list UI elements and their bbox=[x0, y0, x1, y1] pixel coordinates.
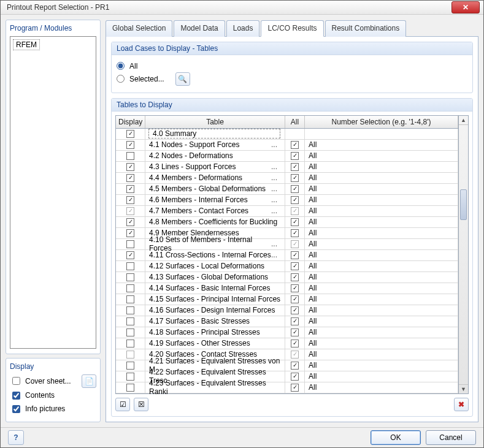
display-checkbox[interactable]: ✓ bbox=[126, 174, 134, 182]
display-checkbox[interactable]: ✓ bbox=[126, 196, 134, 204]
all-checkbox[interactable]: ✓ bbox=[291, 317, 299, 325]
display-checkbox[interactable]: ✓ bbox=[126, 141, 134, 149]
selection-text[interactable]: All bbox=[309, 140, 317, 149]
scroll-up-icon[interactable]: ▲ bbox=[459, 116, 468, 125]
cover-sheet-edit-button[interactable]: 📄 bbox=[82, 374, 96, 388]
table-name[interactable]: 4.3 Lines - Support Forces bbox=[149, 162, 236, 171]
grid-scrollbar[interactable]: ▲ ▼ bbox=[459, 115, 469, 394]
radio-selected[interactable] bbox=[117, 75, 125, 83]
selection-text[interactable]: All bbox=[309, 229, 317, 237]
all-checkbox[interactable]: ✓ bbox=[291, 251, 299, 259]
table-name[interactable]: 4.5 Members - Global Deformations bbox=[149, 184, 266, 193]
table-name[interactable]: 4.16 Surfaces - Design Internal Forces bbox=[149, 306, 275, 314]
tab-global-selection[interactable]: Global Selection bbox=[106, 20, 172, 37]
display-checkbox[interactable]: ✓ bbox=[126, 163, 134, 171]
display-checkbox[interactable]: ✓ bbox=[126, 251, 134, 259]
table-name[interactable]: 4.2 Nodes - Deformations bbox=[149, 151, 233, 160]
all-checkbox[interactable]: ✓ bbox=[291, 163, 299, 171]
all-checkbox[interactable]: ✓ bbox=[291, 196, 299, 204]
pick-loadcases-button[interactable]: 🔍 bbox=[175, 72, 190, 86]
selection-text[interactable]: All bbox=[309, 306, 317, 314]
all-checkbox[interactable]: ✓ bbox=[291, 229, 299, 237]
table-name[interactable]: 4.14 Surfaces - Basic Internal Forces bbox=[149, 284, 270, 292]
display-checkbox[interactable] bbox=[126, 240, 134, 248]
all-checkbox[interactable]: ✓ bbox=[291, 174, 299, 182]
display-checkbox[interactable] bbox=[126, 373, 134, 381]
display-checkbox[interactable] bbox=[126, 384, 134, 392]
table-name[interactable]: 4.17 Surfaces - Basic Stresses bbox=[149, 317, 250, 325]
display-checkbox[interactable] bbox=[126, 317, 134, 325]
table-name[interactable]: 4.13 Surfaces - Global Deformations bbox=[149, 273, 268, 281]
all-checkbox[interactable]: ✓ bbox=[291, 306, 299, 314]
close-button[interactable]: ✕ bbox=[451, 1, 480, 13]
table-name[interactable]: 4.4 Members - Deformations bbox=[149, 173, 242, 182]
hdr-all[interactable]: All bbox=[285, 116, 305, 128]
table-name[interactable]: 4.12 Surfaces - Local Deformations bbox=[149, 262, 264, 270]
ellipsis-icon[interactable]: ... bbox=[271, 140, 281, 149]
ellipsis-icon[interactable]: ... bbox=[271, 173, 281, 182]
selection-text[interactable]: All bbox=[309, 339, 317, 347]
tab-model-data[interactable]: Model Data bbox=[174, 20, 225, 37]
all-checkbox[interactable]: ✓ bbox=[291, 240, 299, 248]
display-checkbox[interactable]: ✓ bbox=[126, 130, 134, 138]
selection-text[interactable]: All bbox=[309, 350, 317, 359]
ellipsis-icon[interactable]: ... bbox=[271, 196, 281, 204]
table-name[interactable]: 4.18 Surfaces - Principal Stresses bbox=[149, 328, 260, 336]
table-name[interactable]: 4.6 Members - Internal Forces bbox=[149, 196, 248, 204]
all-checkbox[interactable]: ✓ bbox=[291, 218, 299, 226]
display-checkbox[interactable] bbox=[126, 362, 134, 370]
selection-text[interactable]: All bbox=[309, 262, 317, 270]
selection-text[interactable]: All bbox=[309, 361, 317, 370]
deselect-all-button[interactable]: ☒ bbox=[134, 398, 148, 411]
selection-text[interactable]: All bbox=[309, 284, 317, 292]
tab-lc-co-results[interactable]: LC/CO Results bbox=[261, 20, 323, 37]
table-name[interactable]: 4.19 Surfaces - Other Stresses bbox=[149, 339, 250, 347]
display-checkbox[interactable] bbox=[126, 273, 134, 281]
ellipsis-icon[interactable]: ... bbox=[271, 162, 281, 171]
hdr-table[interactable]: Table bbox=[145, 116, 285, 128]
selection-text[interactable]: All bbox=[309, 251, 317, 259]
all-checkbox[interactable]: ✓ bbox=[291, 262, 299, 270]
all-checkbox[interactable]: ✓ bbox=[291, 340, 299, 347]
ellipsis-icon[interactable]: ... bbox=[271, 207, 281, 215]
tab-loads[interactable]: Loads bbox=[226, 20, 260, 37]
radio-all[interactable] bbox=[117, 62, 125, 70]
all-checkbox[interactable]: ✓ bbox=[291, 328, 299, 336]
table-name[interactable]: 4.0 Summary bbox=[148, 129, 280, 139]
selection-text[interactable]: All bbox=[309, 295, 317, 303]
hdr-display[interactable]: Display bbox=[116, 116, 145, 128]
selection-text[interactable]: All bbox=[309, 317, 317, 325]
contents-checkbox[interactable] bbox=[12, 392, 20, 400]
display-checkbox[interactable] bbox=[126, 262, 134, 270]
ok-button[interactable]: OK bbox=[371, 430, 421, 445]
help-button[interactable]: ? bbox=[8, 430, 24, 445]
selection-text[interactable]: All bbox=[309, 162, 317, 171]
table-name[interactable]: 4.11 Cross-Sections - Internal Forces bbox=[149, 251, 271, 259]
display-checkbox[interactable] bbox=[126, 328, 134, 336]
selection-text[interactable]: All bbox=[309, 372, 317, 381]
selection-text[interactable]: All bbox=[309, 207, 317, 215]
display-checkbox[interactable] bbox=[126, 295, 134, 303]
all-checkbox[interactable]: ✓ bbox=[291, 362, 299, 370]
scroll-down-icon[interactable]: ▼ bbox=[459, 384, 468, 393]
hdr-selection[interactable]: Number Selection (e.g. '1-4,8') bbox=[305, 116, 458, 128]
cover-sheet-checkbox[interactable] bbox=[12, 377, 20, 385]
display-checkbox[interactable] bbox=[126, 306, 134, 314]
ellipsis-icon[interactable]: ... bbox=[271, 184, 281, 193]
table-name[interactable]: 4.8 Members - Coefficients for Buckling bbox=[149, 218, 277, 226]
table-name[interactable]: 4.15 Surfaces - Principal Internal Force… bbox=[149, 295, 280, 303]
all-checkbox[interactable]: ✓ bbox=[291, 373, 299, 381]
modules-tree[interactable]: RFEM bbox=[10, 36, 96, 349]
selection-text[interactable]: All bbox=[309, 240, 317, 248]
display-checkbox[interactable] bbox=[126, 351, 134, 359]
display-checkbox[interactable] bbox=[126, 284, 134, 292]
selection-text[interactable]: All bbox=[309, 151, 317, 160]
selection-text[interactable]: All bbox=[309, 328, 317, 336]
table-name[interactable]: 4.7 Members - Contact Forces bbox=[149, 207, 248, 215]
tab-result-combinations[interactable]: Result Combinations bbox=[325, 20, 407, 37]
all-checkbox[interactable]: ✓ bbox=[291, 185, 299, 193]
tree-item-rfem[interactable]: RFEM bbox=[13, 39, 40, 50]
all-checkbox[interactable]: ✓ bbox=[291, 351, 299, 359]
info-pictures-checkbox[interactable] bbox=[12, 405, 20, 413]
all-checkbox[interactable]: ✓ bbox=[291, 152, 299, 160]
